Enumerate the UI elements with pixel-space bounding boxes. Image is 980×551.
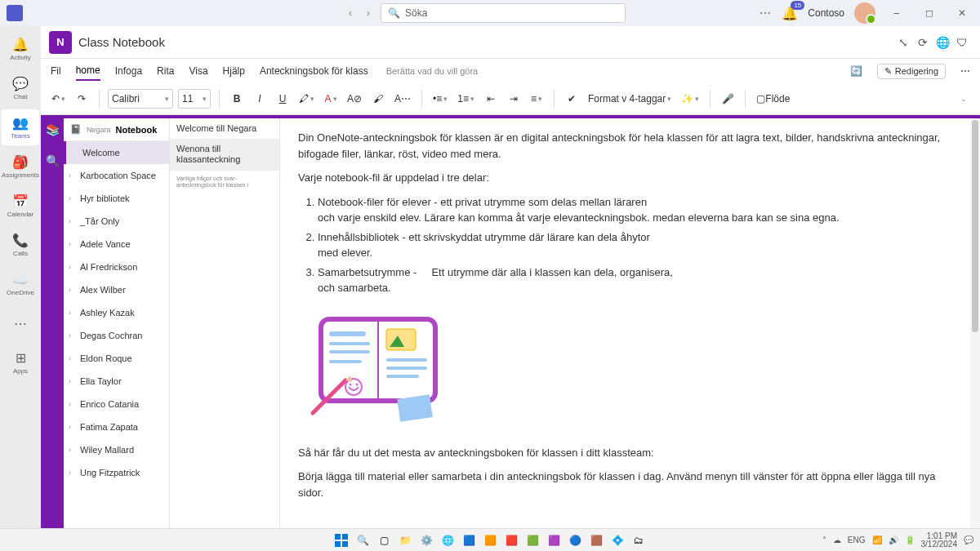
taskview-icon[interactable]: ▢ [376, 532, 392, 549]
section-item[interactable]: ›Al Fredrickson [64, 256, 169, 278]
nav-back-button[interactable]: ‹ [343, 6, 358, 20]
scrollbar-thumb[interactable] [972, 120, 978, 332]
settings-icon[interactable]: ⚙️ [418, 532, 434, 549]
rail-apps[interactable]: ⊞Apps [2, 344, 39, 380]
sections-icon[interactable]: 📚 [46, 123, 60, 136]
tab-home[interactable]: home [76, 61, 100, 81]
window-maximize-button[interactable]: ◻ [918, 7, 941, 19]
section-item[interactable]: ›_Tår Only [64, 210, 169, 233]
notifications-button[interactable]: 🔔 15 [782, 6, 798, 21]
app-icon[interactable]: 🟧 [482, 532, 498, 549]
app-icon[interactable]: 🗂 [630, 532, 647, 549]
italic-button[interactable]: I [251, 88, 269, 109]
notebook-header[interactable]: 📓 Negara Notebook [64, 118, 169, 141]
tab-view[interactable]: Visa [189, 62, 207, 80]
tray-cloud-icon[interactable]: ☁ [833, 535, 841, 544]
app-icon[interactable]: 🟩 [524, 532, 541, 549]
font-name-select[interactable]: Calibri▾ [108, 89, 173, 109]
app-icon[interactable]: 🟫 [588, 532, 604, 549]
section-item[interactable]: ›Degas Cochran [64, 324, 169, 347]
taskbar-search-icon[interactable]: 🔍 [354, 532, 371, 549]
styles-button[interactable]: Format v 4-taggar▾ [586, 88, 674, 109]
redo-button[interactable]: ↷ [73, 88, 91, 109]
section-item[interactable]: ›Eldon Roque [64, 347, 169, 370]
section-item[interactable]: ›Wiley Mallard [64, 438, 169, 461]
bold-button[interactable]: B [228, 88, 246, 109]
user-avatar[interactable] [854, 2, 875, 24]
tell-me-input[interactable]: Berätta vad du vill göra [386, 66, 479, 76]
tray-battery-icon[interactable]: 🔋 [905, 535, 915, 544]
edge-icon[interactable]: 🌐 [439, 532, 456, 549]
outdent-button[interactable]: ⇤ [482, 88, 500, 109]
bullets-button[interactable]: •≡▾ [430, 88, 450, 109]
section-item[interactable]: ›Adele Vance [64, 233, 169, 256]
tray-chevron-icon[interactable]: ˄ [822, 535, 826, 544]
editing-mode-button[interactable]: ✎ Redigering [877, 64, 946, 79]
format-painter-button[interactable]: 🖌 [369, 88, 387, 109]
tray-notifications-icon[interactable]: 💬 [964, 535, 973, 544]
tab-draw[interactable]: Rita [157, 62, 174, 80]
font-color-button[interactable]: A▾ [322, 88, 340, 109]
page-item[interactable]: Welcome till Negara [170, 118, 279, 139]
vertical-scrollbar[interactable] [970, 118, 980, 551]
collapse-button[interactable]: ⤡ [893, 33, 913, 52]
page-item[interactable]: Vanliga frågor och svar- anteckningsbok … [170, 171, 279, 194]
rail-chat[interactable]: 💬Chat [2, 70, 39, 106]
app-icon[interactable]: 🟥 [503, 532, 519, 549]
app-icon[interactable]: 🟦 [461, 532, 477, 549]
align-button[interactable]: ≡▾ [528, 88, 546, 109]
dictate-button[interactable]: 🎤 [719, 88, 737, 109]
tray-wifi-icon[interactable]: 📶 [872, 535, 882, 544]
ribbon-collapse-button[interactable]: ⌄ [954, 88, 972, 109]
rail-onedrive[interactable]: ☁️OneDrive [2, 266, 39, 302]
section-item[interactable]: Welcome [64, 141, 169, 164]
underline-button[interactable]: U [274, 88, 292, 109]
section-item[interactable]: ›Hyr bibliotek [64, 187, 169, 210]
search-input[interactable]: 🔍 Söka [381, 3, 626, 23]
app-icon[interactable]: 💠 [609, 532, 626, 549]
tab-class-notebook[interactable]: Anteckningsbok för klass [260, 62, 368, 80]
rail-calendar[interactable]: 📅Calendar [2, 188, 39, 224]
rail-more[interactable]: ⋯ [2, 305, 39, 341]
tag-button[interactable]: ✔ [563, 88, 581, 109]
section-item[interactable]: ›Alex Wilber [64, 278, 169, 301]
section-item[interactable]: ›Ella Taylor [64, 370, 169, 393]
numbering-button[interactable]: 1≡▾ [455, 88, 477, 109]
rail-activity[interactable]: 🔔Activity [2, 31, 39, 67]
start-button[interactable] [333, 532, 350, 549]
clear-format-button[interactable]: A⊘ [345, 88, 364, 109]
page-item[interactable]: Wenona till klassanteckning [170, 139, 279, 170]
section-item[interactable]: ›Karbocation Space [64, 164, 169, 187]
app-icon[interactable]: 🟪 [546, 532, 562, 549]
more-options-button[interactable]: ⋯ [760, 7, 772, 20]
ribbon-more-button[interactable]: ⋯ [960, 65, 970, 77]
rail-teams[interactable]: 👥Teams [2, 109, 39, 145]
section-item[interactable]: ›Ung Fitzpatrick [64, 461, 169, 484]
refresh-button[interactable]: ⟳ [913, 33, 933, 52]
sync-status-icon[interactable]: 🔄 [850, 65, 862, 77]
tab-file[interactable]: Fil [51, 62, 61, 80]
font-size-select[interactable]: 11▾ [178, 89, 211, 109]
nav-forward-button[interactable]: › [361, 6, 376, 20]
flow-button[interactable]: ▢ Flöde [754, 88, 792, 109]
globe-button[interactable]: 🌐 [933, 33, 952, 52]
tray-clock[interactable]: 1:01 PM3/12/2024 [921, 532, 958, 549]
app-icon[interactable]: 🔵 [567, 532, 583, 549]
shield-button[interactable]: 🛡 [952, 33, 972, 52]
section-item[interactable]: ›Fatima Zapata [64, 415, 169, 438]
explorer-icon[interactable]: 📁 [397, 532, 413, 549]
tray-lang[interactable]: ENG [848, 535, 866, 544]
tab-insert[interactable]: Infoga [115, 62, 142, 80]
section-item[interactable]: ›Enrico Catania [64, 393, 169, 415]
indent-button[interactable]: ⇥ [505, 88, 523, 109]
learning-button[interactable]: ✨▾ [679, 88, 702, 109]
more-text-button[interactable]: A⋯ [392, 88, 413, 109]
highlight-button[interactable]: 🖍▾ [296, 88, 317, 109]
tab-help[interactable]: Hjälp [223, 62, 245, 80]
section-item[interactable]: ›Ashley Kazak [64, 301, 169, 324]
tray-volume-icon[interactable]: 🔊 [889, 535, 898, 544]
window-close-button[interactable]: ✕ [951, 7, 973, 19]
notebook-search-icon[interactable]: 🔍 [46, 154, 60, 167]
undo-button[interactable]: ↶▾ [49, 88, 68, 109]
window-minimize-button[interactable]: ‒ [885, 7, 908, 19]
